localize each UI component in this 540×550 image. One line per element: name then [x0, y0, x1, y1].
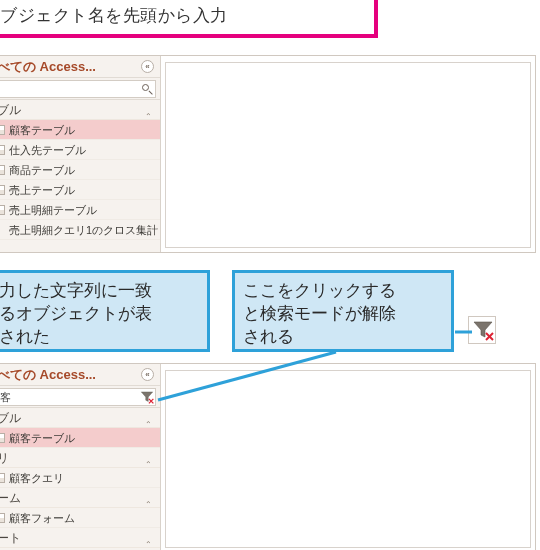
search-row — [0, 78, 160, 100]
callout-matched-text: 力した文字列に一致るオブジェクトが表された — [0, 281, 152, 346]
table-icon — [0, 205, 5, 215]
filter-clear-icon[interactable] — [140, 390, 154, 404]
group-header[interactable]: ブル⌃ — [0, 408, 160, 428]
table-icon — [0, 513, 5, 523]
navpane-item[interactable]: 売上明細テーブル — [0, 200, 160, 220]
navigation-pane: べての Access... « ブル⌃顧客テーブルリ⌃顧客クエリーム⌃顧客フォー… — [0, 364, 161, 550]
chevron-up-icon: ⌃ — [145, 107, 152, 120]
callout-click-clear-text: ここをクリックすると検索モードが解除される — [243, 281, 396, 346]
table-icon — [0, 145, 5, 155]
chevron-up-icon: ⌃ — [145, 495, 152, 508]
navpane-item-label: 顧客クエリ — [9, 472, 64, 484]
navpane-item-label: 顧客テーブル — [9, 432, 75, 444]
callout-matched-objects: 力した文字列に一致るオブジェクトが表された — [0, 270, 210, 352]
search-input[interactable] — [0, 388, 156, 406]
chevron-up-icon: ⌃ — [145, 535, 152, 548]
table-icon — [0, 433, 5, 443]
search-icon[interactable] — [141, 83, 153, 95]
navpane-item[interactable]: 仕入先テーブル — [0, 140, 160, 160]
group-header[interactable]: ーム⌃ — [0, 488, 160, 508]
filter-clear-sample — [468, 316, 496, 344]
chevron-up-icon: ⌃ — [145, 455, 152, 468]
navpane-item[interactable]: 売上テーブル — [0, 180, 160, 200]
navpane-item[interactable]: 売上明細クエリ1のクロス集計 — [0, 220, 160, 240]
navpane-header[interactable]: べての Access... « — [0, 56, 160, 78]
group-tables[interactable]: ブル ⌃ — [0, 100, 160, 120]
table-icon — [0, 473, 5, 483]
navpane-item[interactable]: 顧客テーブル — [0, 120, 160, 140]
group-header[interactable]: リ⌃ — [0, 448, 160, 468]
navpane-item-label: 売上テーブル — [9, 184, 75, 196]
navpane-title: べての Access... — [0, 59, 96, 74]
search-row — [0, 386, 160, 408]
chevron-double-icon[interactable]: « — [141, 60, 154, 73]
chevron-double-icon[interactable]: « — [141, 368, 154, 381]
callout-enter-name: ブジェクト名を先頭から入力 — [0, 0, 378, 38]
navpane-item-label: 顧客フォーム — [9, 512, 75, 524]
filter-clear-icon — [469, 317, 495, 343]
table-icon — [0, 125, 5, 135]
navpane-item-label: 商品テーブル — [9, 164, 75, 176]
document-area — [165, 370, 531, 548]
document-area — [165, 62, 531, 248]
table-icon — [0, 165, 5, 175]
navpane-item[interactable]: 商品テーブル — [0, 160, 160, 180]
search-input[interactable] — [0, 80, 156, 98]
callout-click-clear: ここをクリックすると検索モードが解除される — [232, 270, 454, 352]
navpane-item-label: 仕入先テーブル — [9, 144, 86, 156]
group-label: リ — [0, 451, 9, 465]
navpane-item[interactable]: 顧客テーブル — [0, 428, 160, 448]
callout-enter-name-text: ブジェクト名を先頭から入力 — [0, 6, 228, 25]
access-window-bottom: べての Access... « ブル⌃顧客テーブルリ⌃顧客クエリーム⌃顧客フォー… — [0, 363, 536, 550]
group-header[interactable]: ート⌃ — [0, 528, 160, 548]
group-label: ブル — [0, 411, 21, 425]
navpane-item[interactable]: 顧客クエリ — [0, 468, 160, 488]
navpane-header[interactable]: べての Access... « — [0, 364, 160, 386]
navpane-item-label: 売上明細クエリ1のクロス集計 — [9, 224, 158, 236]
group-label: ート — [0, 531, 21, 545]
access-window-top: べての Access... « ブル ⌃ 顧客テーブル仕入先テーブル商品テーブル… — [0, 55, 536, 253]
navpane-item-label: 売上明細テーブル — [9, 204, 97, 216]
navpane-item[interactable]: 顧客フォーム — [0, 508, 160, 528]
navpane-item-label: 顧客テーブル — [9, 124, 75, 136]
navigation-pane: べての Access... « ブル ⌃ 顧客テーブル仕入先テーブル商品テーブル… — [0, 56, 161, 252]
chevron-up-icon: ⌃ — [145, 415, 152, 428]
table-icon — [0, 185, 5, 195]
navpane-title: べての Access... — [0, 367, 96, 382]
group-tables-label: ブル — [0, 103, 21, 117]
group-label: ーム — [0, 491, 21, 505]
